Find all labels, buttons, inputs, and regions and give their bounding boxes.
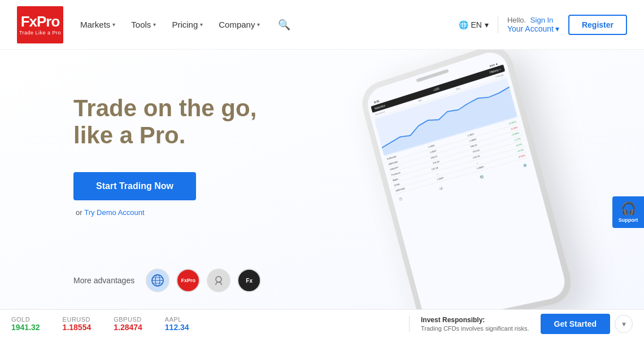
account-greeting: Hello. Sign In Your Account ▾ <box>507 16 559 33</box>
nav-markets[interactable]: Markets ▾ <box>80 20 115 29</box>
globe-icon: 🌐 <box>459 20 468 29</box>
advantage-icon-globe[interactable] <box>146 269 169 292</box>
more-advantages: More advantages FxPro Fx <box>73 269 261 292</box>
logo[interactable]: FxPro Trade Like a Pro <box>17 6 63 43</box>
search-icon[interactable]: 🔍 <box>276 16 293 33</box>
advantage-icon-award[interactable] <box>207 269 230 292</box>
ticker-bar: GOLD 1941.32 EURUSD 1.18554 GBPUSD 1.284… <box>0 309 644 338</box>
phone-screen-area: 9:41 ●●● ▲ Watchlist+100History + Instru… <box>364 50 569 309</box>
register-button[interactable]: Register <box>568 15 627 35</box>
chevron-down-icon: ▾ <box>153 21 156 28</box>
your-account-link[interactable]: Your Account ▾ <box>507 24 559 33</box>
phone-outer-shell: 9:41 ●●● ▲ Watchlist+100History + Instru… <box>358 50 576 309</box>
nav-pricing[interactable]: Pricing ▾ <box>172 20 203 29</box>
hero-section: Trade on the go, like a Pro. Start Tradi… <box>0 50 644 309</box>
ticker-gbpusd: GBPUSD 1.28474 <box>114 316 142 332</box>
hero-content: Trade on the go, like a Pro. Start Tradi… <box>73 95 256 217</box>
language-selector[interactable]: 🌐 EN ▾ <box>459 20 489 29</box>
signin-link[interactable]: Sign In <box>530 16 553 24</box>
chevron-down-icon: ▾ <box>112 21 115 28</box>
chevron-down-icon: ▾ <box>200 21 203 28</box>
chevron-down-icon: ▾ <box>555 24 559 33</box>
ticker-items: GOLD 1941.32 EURUSD 1.18554 GBPUSD 1.284… <box>11 316 403 332</box>
invest-desc: Trading CFDs involves significant risks. <box>421 325 529 332</box>
ticker-expand-button[interactable]: ▾ <box>615 315 633 333</box>
chevron-down-icon: ▾ <box>485 20 489 29</box>
hello-text: Hello. Sign In <box>507 16 553 24</box>
phone-mockup: 9:41 ●●● ▲ Watchlist+100History + Instru… <box>339 50 610 309</box>
ticker-gbpusd-value: 1.28474 <box>114 323 142 332</box>
try-demo-link[interactable]: Try Demo Account <box>84 208 144 217</box>
ticker-gbpusd-label: GBPUSD <box>114 316 141 323</box>
start-trading-button[interactable]: Start Trading Now <box>73 172 196 200</box>
invest-responsibly: Invest Responsibly: Trading CFDs involve… <box>409 316 529 332</box>
ticker-gold-value: 1941.32 <box>11 323 40 332</box>
advantage-icon-fx[interactable]: Fx <box>237 269 261 292</box>
nav-links: Markets ▾ Tools ▾ Pricing ▾ Company ▾ 🔍 <box>80 16 459 33</box>
ticker-aapl: AAPL 112.34 <box>165 316 189 332</box>
invest-title: Invest Responsibly: <box>421 316 529 324</box>
logo-fx-text: FxPro <box>21 14 60 29</box>
ticker-gold-label: GOLD <box>11 316 30 323</box>
ticker-eurusd: EURUSD 1.18554 <box>63 316 92 332</box>
support-button[interactable]: 🎧 Support <box>612 196 644 228</box>
svg-point-5 <box>216 276 221 282</box>
ticker-eurusd-value: 1.18554 <box>63 323 92 332</box>
ticker-eurusd-label: EURUSD <box>63 316 90 323</box>
logo-sub-text: Trade Like a Pro <box>19 30 61 36</box>
advantage-icon-fxpro[interactable]: FxPro <box>176 269 200 292</box>
ticker-aapl-value: 112.34 <box>165 323 189 332</box>
demo-link-text: or Try Demo Account <box>73 208 256 217</box>
chevron-down-icon: ▾ <box>622 319 626 328</box>
ticker-gold: GOLD 1941.32 <box>11 316 40 332</box>
nav-divider <box>498 16 498 33</box>
phone-screen-content: 9:41 ●●● ▲ Watchlist+100History + Instru… <box>364 50 569 309</box>
nav-company[interactable]: Company ▾ <box>219 20 260 29</box>
hero-title: Trade on the go, like a Pro. <box>73 95 256 150</box>
nav-tools[interactable]: Tools ▾ <box>131 20 156 29</box>
ticker-aapl-label: AAPL <box>165 316 182 323</box>
more-advantages-label: More advantages <box>73 276 134 285</box>
navbar: FxPro Trade Like a Pro Markets ▾ Tools ▾… <box>0 0 644 50</box>
headset-icon: 🎧 <box>621 201 636 216</box>
chevron-down-icon: ▾ <box>257 21 260 28</box>
nav-right: 🌐 EN ▾ Hello. Sign In Your Account ▾ Reg… <box>459 15 627 35</box>
get-started-button[interactable]: Get Started <box>541 314 610 334</box>
